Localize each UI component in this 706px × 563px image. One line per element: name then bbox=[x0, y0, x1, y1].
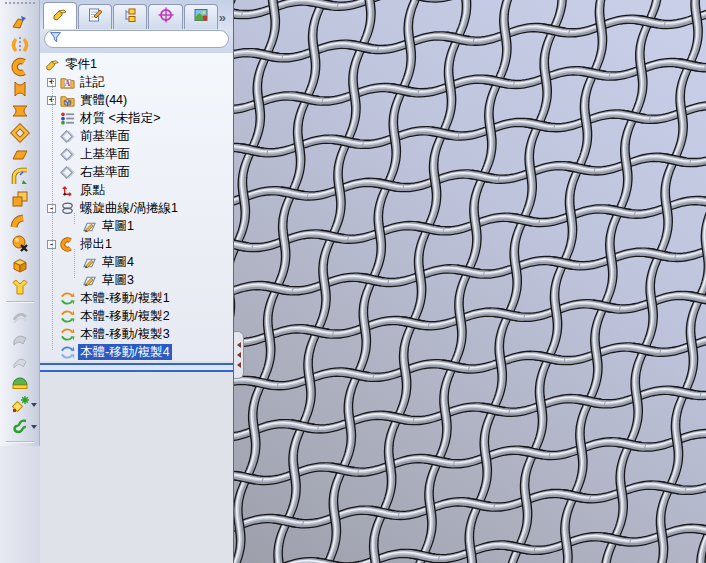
combine-bodies-icon bbox=[10, 255, 30, 275]
tree-item-solid-bodies[interactable]: + 實體(44) bbox=[40, 91, 233, 109]
tree-item-label: 材質 <未指定> bbox=[78, 110, 163, 126]
tree-item-label: 註記 bbox=[78, 74, 107, 90]
tree-item-label: 實體(44) bbox=[78, 92, 129, 108]
tab-configurationmanager[interactable] bbox=[113, 4, 147, 29]
panel-splitter-handle[interactable] bbox=[234, 331, 244, 379]
feature-tree: 零件1 + A 註記 + 實體(44) 材質 <未指定> 前基準面 bbox=[40, 53, 233, 361]
extruded-cut-button[interactable] bbox=[5, 122, 35, 144]
origin-icon bbox=[59, 182, 75, 198]
flex-bend-button[interactable] bbox=[5, 210, 35, 232]
tree-item-label: 本體-移動/複製3 bbox=[78, 326, 172, 342]
tree-item-label: 草圖3 bbox=[100, 272, 136, 288]
tree-item-sweep[interactable]: - 掃出1 bbox=[40, 235, 233, 253]
dropdown-arrow-icon[interactable] bbox=[31, 425, 37, 429]
delete-body-button[interactable] bbox=[5, 232, 35, 254]
swept-boss-base-icon bbox=[10, 57, 30, 77]
plane-icon bbox=[59, 164, 75, 180]
tree-item-label: 本體-移動/複製1 bbox=[78, 290, 172, 306]
tree-item-move-copy-1[interactable]: 本體-移動/複製1 bbox=[40, 289, 233, 307]
tree-item-front-plane[interactable]: 前基準面 bbox=[40, 127, 233, 145]
revolved-boss-button[interactable] bbox=[5, 34, 35, 56]
flex-bend-icon bbox=[10, 211, 30, 231]
boundary-boss-button[interactable] bbox=[5, 100, 35, 122]
tab-displaymanager[interactable] bbox=[184, 4, 218, 29]
tree-item-sketch4[interactable]: 草圖4 bbox=[40, 253, 233, 271]
tree-item-move-copy-3[interactable]: 本體-移動/複製3 bbox=[40, 325, 233, 343]
tree-item-origin[interactable]: 原點 bbox=[40, 181, 233, 199]
solidworks-window: » 零件1 + A 註記 + 實體(44) bbox=[0, 0, 706, 563]
filter-row bbox=[40, 29, 233, 53]
rib-icon-disabled bbox=[10, 329, 30, 349]
tree-item-part[interactable]: 零件1 bbox=[40, 55, 233, 73]
lofted-boss-base-icon bbox=[10, 79, 30, 99]
tree-item-sketch3[interactable]: 草圖3 bbox=[40, 271, 233, 289]
tree-item-label: 零件1 bbox=[63, 56, 99, 72]
curve-flyout-icon bbox=[10, 395, 30, 415]
fillet-button[interactable] bbox=[5, 166, 35, 188]
plane-icon bbox=[59, 146, 75, 162]
combine-bodies-button[interactable] bbox=[5, 254, 35, 276]
collapse-arrow-icon bbox=[237, 342, 241, 348]
solid-bodies-folder-icon bbox=[59, 92, 75, 108]
linear-pattern-icon bbox=[10, 189, 30, 209]
dropdown-arrow-icon[interactable] bbox=[31, 403, 37, 407]
manager-tab-bar: » bbox=[40, 0, 233, 29]
revolved-boss-base-icon bbox=[10, 35, 30, 55]
featuremanager-tab-icon bbox=[52, 6, 68, 26]
tree-item-label: 前基準面 bbox=[78, 128, 132, 144]
toolbar-grip[interactable] bbox=[5, 2, 35, 8]
displaymanager-tab-icon bbox=[193, 7, 209, 27]
part-icon bbox=[44, 56, 60, 72]
lofted-boss-button[interactable] bbox=[5, 78, 35, 100]
tree-item-move-copy-4-selected[interactable]: 本體-移動/複製4 bbox=[40, 343, 233, 361]
tree-item-annotations[interactable]: + A 註記 bbox=[40, 73, 233, 91]
toolbar-divider bbox=[6, 441, 34, 443]
tree-item-helix[interactable]: - 螺旋曲線/渦捲線1 bbox=[40, 199, 233, 217]
dome-icon bbox=[10, 373, 30, 393]
spline-flyout-button[interactable] bbox=[5, 416, 35, 438]
tree-item-label: 右基準面 bbox=[78, 164, 132, 180]
tree-item-material[interactable]: 材質 <未指定> bbox=[40, 109, 233, 127]
tree-item-move-copy-2[interactable]: 本體-移動/複製2 bbox=[40, 307, 233, 325]
graphics-area[interactable] bbox=[233, 0, 706, 563]
dome-button[interactable] bbox=[5, 372, 35, 394]
tree-item-top-plane[interactable]: 上基準面 bbox=[40, 145, 233, 163]
tree-item-label: 原點 bbox=[78, 182, 107, 198]
collapse-arrow-icon bbox=[237, 362, 241, 368]
extruded-boss-base-icon bbox=[10, 13, 30, 33]
tab-overflow-chevron[interactable]: » bbox=[219, 10, 231, 29]
tree-item-sketch1[interactable]: 草圖1 bbox=[40, 217, 233, 235]
sketch-icon bbox=[81, 272, 97, 288]
spline-flyout-icon bbox=[10, 417, 30, 437]
curve-flyout-button[interactable] bbox=[5, 394, 35, 416]
planar-surface-icon bbox=[10, 145, 30, 165]
boundary-boss-base-icon bbox=[10, 101, 30, 121]
planar-surface-button[interactable] bbox=[5, 144, 35, 166]
tree-item-label: 本體-移動/複製4 bbox=[78, 344, 172, 360]
filter-box bbox=[44, 30, 229, 48]
draft-button-disabled[interactable] bbox=[5, 306, 35, 328]
plane-icon bbox=[59, 128, 75, 144]
extruded-boss-button[interactable] bbox=[5, 12, 35, 34]
shell-button[interactable] bbox=[5, 276, 35, 298]
wrap-icon-disabled bbox=[10, 351, 30, 371]
toolbar-divider bbox=[6, 301, 34, 303]
tab-dimxpertmanager[interactable] bbox=[148, 4, 182, 29]
rib-button-disabled[interactable] bbox=[5, 328, 35, 350]
rollback-bar[interactable] bbox=[40, 363, 233, 372]
tree-item-label: 上基準面 bbox=[78, 146, 132, 162]
wrap-button-disabled[interactable] bbox=[5, 350, 35, 372]
annotations-folder-icon: A bbox=[59, 74, 75, 90]
material-icon bbox=[59, 110, 75, 126]
linear-pattern-button[interactable] bbox=[5, 188, 35, 210]
svg-text:A: A bbox=[64, 79, 70, 88]
tree-guide-line bbox=[52, 80, 53, 350]
move-copy-body-icon bbox=[59, 326, 75, 342]
swept-boss-button[interactable] bbox=[5, 56, 35, 78]
fillet-icon bbox=[10, 167, 30, 187]
filter-input[interactable] bbox=[62, 32, 224, 46]
extruded-cut-icon bbox=[10, 123, 30, 143]
tab-propertymanager[interactable] bbox=[78, 4, 112, 29]
tree-item-right-plane[interactable]: 右基準面 bbox=[40, 163, 233, 181]
tab-featuremanager[interactable] bbox=[43, 2, 77, 29]
